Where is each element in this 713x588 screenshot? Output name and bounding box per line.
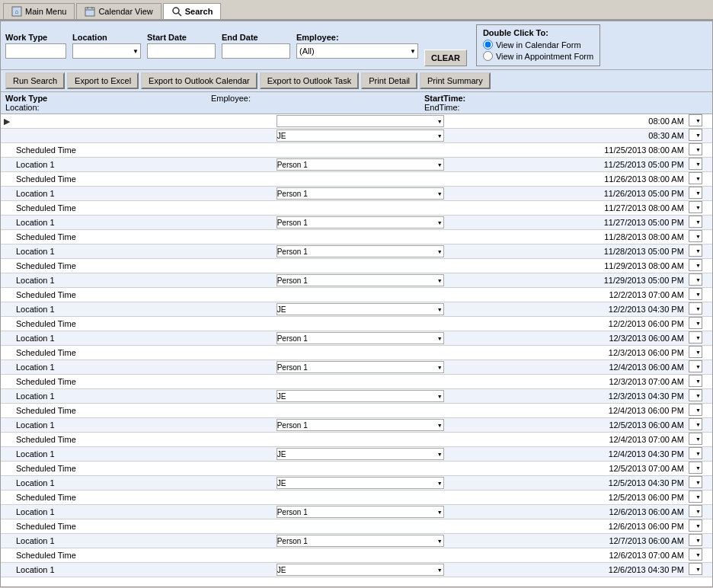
row-dropdown[interactable] — [687, 230, 712, 244]
row-employee[interactable]: Person 1 — [273, 216, 546, 230]
employee-select[interactable]: (All) — [296, 43, 418, 59]
row-dropdown-arrow[interactable] — [689, 259, 702, 271]
row-dropdown-arrow[interactable] — [689, 244, 702, 257]
row-dropdown[interactable] — [687, 317, 712, 331]
row-dropdown[interactable] — [687, 534, 712, 548]
row-dropdown-arrow[interactable] — [689, 389, 702, 401]
employee-select-inline[interactable]: Person 1 — [277, 506, 444, 518]
employee-select-inline[interactable]: Person 1 — [277, 535, 444, 547]
row-employee[interactable]: JE — [273, 389, 546, 404]
row-dropdown-arrow[interactable] — [689, 505, 702, 517]
row-employee[interactable]: Person 1 — [273, 505, 546, 519]
employee-select-inline[interactable]: Person 1 — [277, 216, 444, 228]
row-dropdown-arrow[interactable] — [689, 187, 702, 199]
row-dropdown-arrow[interactable] — [689, 129, 702, 141]
row-dropdown-arrow[interactable] — [689, 302, 702, 315]
row-dropdown-arrow[interactable] — [689, 462, 702, 474]
row-dropdown[interactable] — [687, 433, 712, 447]
employee-select-inline[interactable]: JE — [277, 448, 444, 460]
row-dropdown-arrow[interactable] — [689, 476, 702, 488]
row-dropdown[interactable] — [687, 259, 712, 273]
row-employee[interactable]: Person 1 — [273, 418, 546, 433]
row-dropdown-arrow[interactable] — [689, 331, 702, 344]
start-date-input[interactable] — [147, 43, 216, 59]
row-dropdown[interactable] — [687, 563, 712, 577]
row-dropdown[interactable] — [687, 548, 712, 563]
row-dropdown-arrow[interactable] — [689, 143, 702, 155]
row-dropdown[interactable] — [687, 288, 712, 302]
end-date-input[interactable] — [222, 43, 290, 59]
row-employee[interactable]: Person 1 — [273, 331, 546, 346]
row-employee[interactable]: Person 1 — [273, 534, 546, 548]
row-dropdown-arrow[interactable] — [689, 360, 702, 372]
row-dropdown[interactable] — [687, 158, 712, 172]
row-dropdown[interactable] — [687, 114, 712, 129]
row-employee[interactable]: JE — [273, 447, 546, 462]
row-dropdown-arrow[interactable] — [689, 346, 702, 358]
row-dropdown[interactable] — [687, 447, 712, 462]
row-dropdown-arrow[interactable] — [689, 491, 702, 503]
row-dropdown-arrow[interactable] — [689, 447, 702, 459]
row-dropdown-arrow[interactable] — [689, 375, 702, 387]
row-dropdown[interactable] — [687, 418, 712, 433]
tab-main-menu[interactable]: ⌂ Main Menu — [3, 3, 75, 19]
row-dropdown[interactable] — [687, 462, 712, 476]
export-outlook-task-button[interactable]: Export to Outlook Task — [260, 72, 359, 89]
row-dropdown-arrow[interactable] — [689, 317, 702, 329]
row-dropdown[interactable] — [687, 404, 712, 418]
tab-search[interactable]: Search — [163, 3, 222, 19]
row-dropdown-arrow[interactable] — [689, 418, 702, 430]
row-employee[interactable]: Person 1 — [273, 158, 546, 172]
employee-select-inline[interactable]: JE — [277, 564, 444, 576]
row-dropdown-arrow[interactable] — [689, 563, 702, 575]
row-dropdown-arrow[interactable] — [689, 433, 702, 445]
row-dropdown-arrow[interactable] — [689, 548, 702, 561]
employee-select-inline[interactable]: Person 1 — [277, 245, 444, 257]
radio-appointment-form[interactable] — [483, 51, 493, 61]
data-area[interactable]: ▶08:00 AMJE08:30 AMScheduled Time11/25/2… — [1, 114, 712, 586]
row-employee[interactable]: Person 1 — [273, 360, 546, 375]
row-dropdown-arrow[interactable] — [689, 158, 702, 170]
row-dropdown[interactable] — [687, 172, 712, 187]
row-dropdown[interactable] — [687, 505, 712, 519]
clear-button[interactable]: CLEAR — [424, 50, 467, 66]
row-employee[interactable]: JE — [273, 302, 546, 317]
row-dropdown-arrow[interactable] — [689, 273, 702, 286]
row-dropdown[interactable] — [687, 331, 712, 346]
employee-select-inline[interactable]: Person 1 — [277, 187, 444, 200]
row-dropdown-arrow[interactable] — [689, 288, 702, 300]
employee-select-inline[interactable]: JE — [277, 390, 444, 402]
row-dropdown-arrow[interactable] — [689, 201, 702, 213]
print-summary-button[interactable]: Print Summary — [420, 72, 491, 89]
row-dropdown[interactable] — [687, 129, 712, 143]
row-dropdown[interactable] — [687, 201, 712, 216]
row-dropdown[interactable] — [687, 302, 712, 317]
row-dropdown-arrow[interactable] — [689, 404, 702, 416]
row-dropdown-arrow[interactable] — [689, 114, 702, 126]
employee-select-inline[interactable]: Person 1 — [277, 274, 444, 286]
row-dropdown-arrow[interactable] — [689, 519, 702, 532]
row-dropdown[interactable] — [687, 389, 712, 404]
row-employee[interactable]: JE — [273, 476, 546, 491]
row-dropdown-arrow[interactable] — [689, 172, 702, 184]
row-dropdown[interactable] — [687, 360, 712, 375]
row-dropdown[interactable] — [687, 244, 712, 259]
export-outlook-cal-button[interactable]: Export to Outlook Calendar — [141, 72, 257, 89]
row-dropdown-arrow[interactable] — [689, 534, 702, 546]
employee-select-inline[interactable]: Person 1 — [277, 419, 444, 431]
row-dropdown[interactable] — [687, 491, 712, 505]
radio-calendar-form[interactable] — [483, 40, 493, 50]
work-type-input[interactable] — [5, 43, 66, 59]
employee-select-inline[interactable]: JE — [277, 477, 444, 489]
employee-select-inline[interactable] — [277, 115, 444, 127]
row-employee[interactable]: Person 1 — [273, 187, 546, 201]
employee-select-inline[interactable]: JE — [277, 129, 444, 142]
row-dropdown[interactable] — [687, 346, 712, 360]
row-dropdown[interactable] — [687, 216, 712, 230]
export-excel-button[interactable]: Export to Excel — [67, 72, 139, 89]
row-dropdown[interactable] — [687, 273, 712, 288]
print-detail-button[interactable]: Print Detail — [361, 72, 417, 89]
row-dropdown[interactable] — [687, 375, 712, 389]
employee-select-inline[interactable]: Person 1 — [277, 158, 444, 171]
row-dropdown[interactable] — [687, 187, 712, 201]
